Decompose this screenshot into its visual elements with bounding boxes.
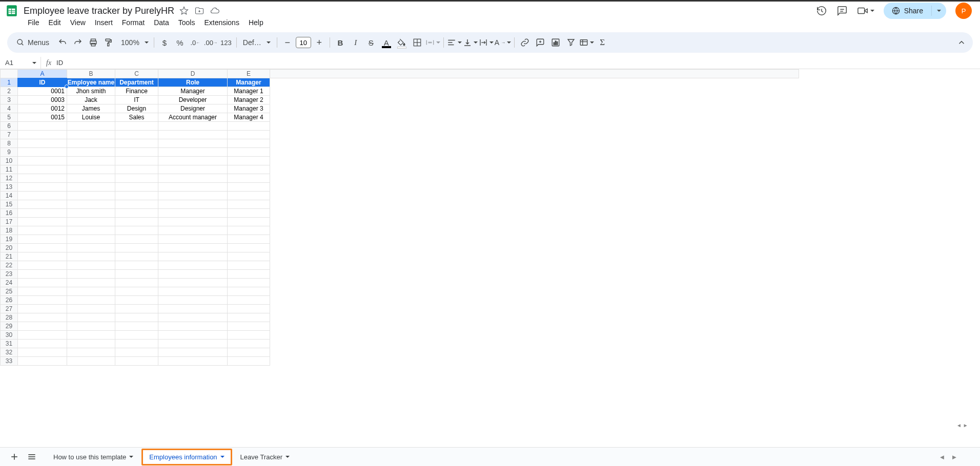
cell-E19[interactable] [228, 235, 270, 244]
text-wrap-button[interactable] [479, 35, 494, 50]
cell-B17[interactable] [67, 218, 115, 226]
cell-E11[interactable] [228, 165, 270, 174]
cell-E15[interactable] [228, 200, 270, 209]
cell-D7[interactable] [158, 131, 228, 139]
zoom-selector[interactable]: 100% [117, 35, 151, 50]
cell-E16[interactable] [228, 209, 270, 218]
cell-B1[interactable]: Employee name [67, 78, 115, 87]
cell-B7[interactable] [67, 131, 115, 139]
move-folder-icon[interactable] [195, 6, 204, 15]
cell-D19[interactable] [158, 235, 228, 244]
redo-button[interactable] [71, 35, 85, 50]
cell-C20[interactable] [115, 244, 158, 252]
row-header-9[interactable]: 9 [1, 148, 18, 157]
cell-C21[interactable] [115, 252, 158, 261]
cell-D25[interactable] [158, 287, 228, 296]
cell-C2[interactable]: Finance [115, 87, 158, 96]
menu-view[interactable]: View [66, 17, 90, 28]
cell-A11[interactable] [18, 165, 67, 174]
cell-B22[interactable] [67, 261, 115, 270]
document-title[interactable]: Employee leave tracker by PurelyHR [24, 6, 174, 16]
bold-button[interactable]: B [333, 35, 348, 50]
cell-A21[interactable] [18, 252, 67, 261]
cell-A16[interactable] [18, 209, 67, 218]
row-header-4[interactable]: 4 [1, 104, 18, 113]
cell-B24[interactable] [67, 279, 115, 287]
row-header-27[interactable]: 27 [1, 305, 18, 313]
cell-D27[interactable] [158, 305, 228, 313]
sheet-tab-employees-information[interactable]: Employees information [141, 449, 232, 465]
row-header-7[interactable]: 7 [1, 131, 18, 139]
chevron-down-icon[interactable] [129, 456, 133, 458]
cell-A20[interactable] [18, 244, 67, 252]
cell-C10[interactable] [115, 157, 158, 165]
cell-E18[interactable] [228, 226, 270, 235]
row-header-12[interactable]: 12 [1, 174, 18, 183]
cell-B5[interactable]: Louise [67, 113, 115, 122]
all-sheets-button[interactable] [24, 449, 40, 464]
cell-A29[interactable] [18, 322, 67, 331]
cell-D22[interactable] [158, 261, 228, 270]
cell-D10[interactable] [158, 157, 228, 165]
cell-D1[interactable]: Role [158, 78, 228, 87]
cell-E22[interactable] [228, 261, 270, 270]
cell-B2[interactable]: Jhon smith [67, 87, 115, 96]
cell-C26[interactable] [115, 296, 158, 305]
horizontal-scroll-stub[interactable]: ◄ ► [956, 422, 972, 428]
column-header-D[interactable]: D [158, 70, 228, 78]
column-header-B[interactable]: B [67, 70, 115, 78]
cell-D8[interactable] [158, 139, 228, 148]
cell-C28[interactable] [115, 313, 158, 322]
cell-E13[interactable] [228, 183, 270, 192]
cell-A24[interactable] [18, 279, 67, 287]
borders-button[interactable] [410, 35, 424, 50]
cell-E6[interactable] [228, 122, 270, 131]
menu-help[interactable]: Help [244, 17, 268, 28]
strikethrough-button[interactable]: S [364, 35, 378, 50]
row-header-28[interactable]: 28 [1, 313, 18, 322]
menu-data[interactable]: Data [150, 17, 173, 28]
cell-C31[interactable] [115, 340, 158, 348]
decrease-font-size-button[interactable]: − [280, 35, 295, 50]
cell-D13[interactable] [158, 183, 228, 192]
row-header-32[interactable]: 32 [1, 348, 18, 357]
cell-C16[interactable] [115, 209, 158, 218]
cell-A2[interactable]: 0001 [18, 87, 67, 96]
row-header-29[interactable]: 29 [1, 322, 18, 331]
cell-C18[interactable] [115, 226, 158, 235]
menu-insert[interactable]: Insert [91, 17, 117, 28]
row-header-24[interactable]: 24 [1, 279, 18, 287]
cell-C23[interactable] [115, 270, 158, 279]
cell-E31[interactable] [228, 340, 270, 348]
cell-C25[interactable] [115, 287, 158, 296]
cell-D29[interactable] [158, 322, 228, 331]
cell-A19[interactable] [18, 235, 67, 244]
fill-color-button[interactable] [395, 35, 409, 50]
add-sheet-button[interactable] [6, 449, 23, 464]
cell-A13[interactable] [18, 183, 67, 192]
merge-cells-button[interactable] [425, 35, 440, 50]
cell-B19[interactable] [67, 235, 115, 244]
cell-A23[interactable] [18, 270, 67, 279]
cell-A31[interactable] [18, 340, 67, 348]
cell-A30[interactable] [18, 331, 67, 340]
cell-B26[interactable] [67, 296, 115, 305]
cell-D24[interactable] [158, 279, 228, 287]
cell-A27[interactable] [18, 305, 67, 313]
cell-A10[interactable] [18, 157, 67, 165]
cell-C33[interactable] [115, 357, 158, 366]
italic-button[interactable]: I [349, 35, 363, 50]
row-header-8[interactable]: 8 [1, 139, 18, 148]
cell-A1[interactable]: ID [18, 78, 67, 87]
row-header-26[interactable]: 26 [1, 296, 18, 305]
cell-A26[interactable] [18, 296, 67, 305]
cell-B29[interactable] [67, 322, 115, 331]
cell-E27[interactable] [228, 305, 270, 313]
cell-C14[interactable] [115, 192, 158, 200]
cell-A5[interactable]: 0015 [18, 113, 67, 122]
cell-C4[interactable]: Design [115, 104, 158, 113]
cell-A6[interactable] [18, 122, 67, 131]
cell-B6[interactable] [67, 122, 115, 131]
cell-A9[interactable] [18, 148, 67, 157]
cell-C27[interactable] [115, 305, 158, 313]
